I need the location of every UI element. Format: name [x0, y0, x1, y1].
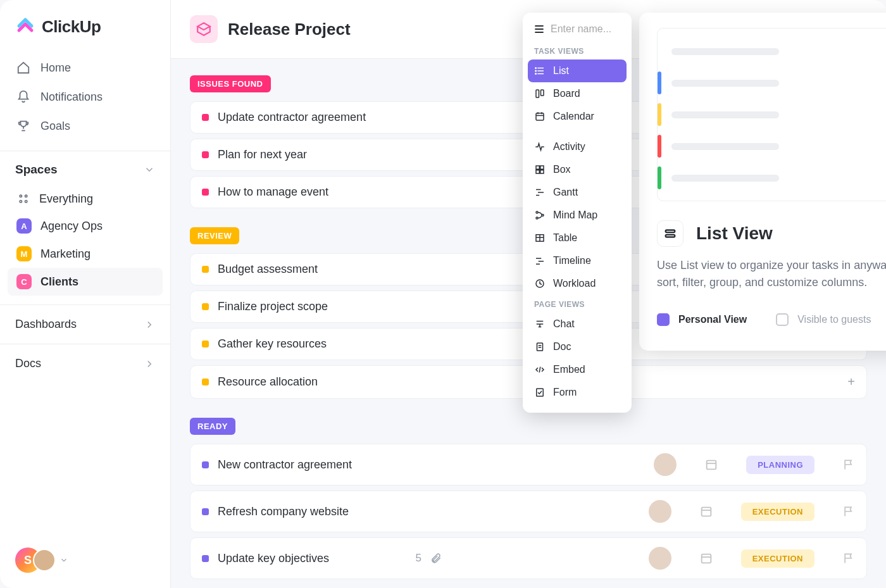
view-option-activity[interactable]: Activity [528, 135, 627, 158]
svg-rect-27 [536, 170, 539, 173]
spaces-header[interactable]: Spaces [0, 151, 170, 183]
view-name-input[interactable] [551, 23, 621, 35]
flag-icon[interactable] [842, 505, 855, 518]
view-option-doc[interactable]: Doc [528, 335, 627, 358]
visible-guests-checkbox[interactable] [776, 313, 789, 326]
view-option-board[interactable]: Board [528, 82, 627, 105]
status-tag[interactable]: PLANNING [746, 456, 814, 474]
nav-label: Home [41, 61, 71, 75]
view-preview-panel: List View Use List view to organize your… [639, 13, 886, 351]
task-row[interactable]: Update key objectives5 EXECUTION [190, 537, 867, 579]
task-title: Update key objectives [218, 552, 407, 565]
list-icon [534, 65, 546, 77]
space-clients[interactable]: C Clients [8, 268, 163, 296]
group-chip[interactable]: REVIEW [190, 227, 239, 244]
trophy-icon [16, 119, 30, 133]
page-title: Release Project [228, 20, 351, 39]
chevron-right-icon [144, 319, 155, 330]
task-row[interactable]: Refresh company website EXECUTION [190, 491, 867, 532]
view-option-label: Mind Map [553, 210, 597, 221]
sidebar: ClickUp Home Notifications Goals [0, 0, 171, 588]
svg-rect-8 [701, 554, 711, 563]
assignee-avatar[interactable] [654, 453, 677, 476]
docs-link[interactable]: Docs [0, 344, 170, 383]
link-label: Dashboards [15, 318, 77, 331]
nav-home[interactable]: Home [8, 53, 163, 82]
chevron-down-icon [144, 164, 155, 175]
svg-point-33 [536, 217, 538, 219]
space-everything[interactable]: Everything [8, 185, 163, 212]
form-icon [534, 387, 546, 398]
logo-icon [15, 16, 35, 37]
nav-notifications[interactable]: Notifications [8, 82, 163, 111]
board-icon [534, 88, 546, 99]
workspace-switcher[interactable]: S [0, 532, 170, 588]
list-icon [533, 23, 546, 35]
space-badge: C [16, 274, 32, 289]
user-avatar [33, 549, 56, 572]
assignee-avatar[interactable] [649, 547, 671, 570]
view-option-label: Activity [553, 141, 585, 153]
view-option-workload[interactable]: Workload [528, 272, 627, 295]
view-option-box[interactable]: Box [528, 158, 627, 181]
space-badge: A [16, 218, 32, 234]
calendar-icon[interactable] [704, 458, 718, 472]
personal-view-label: Personal View [678, 314, 747, 325]
status-square [202, 303, 209, 310]
task-title: Refresh company website [218, 505, 424, 518]
view-option-embed[interactable]: Embed [528, 358, 627, 381]
svg-rect-51 [666, 230, 675, 233]
view-name-input-row [528, 20, 627, 42]
status-square [202, 461, 209, 468]
svg-line-49 [539, 367, 540, 373]
view-option-chat[interactable]: Chat [528, 313, 627, 335]
svg-point-17 [535, 70, 537, 72]
view-option-label: Timeline [553, 255, 591, 266]
view-option-calendar[interactable]: Calendar [528, 105, 627, 128]
svg-point-18 [535, 73, 537, 75]
workload-icon [534, 278, 546, 289]
view-option-label: Table [553, 232, 577, 244]
svg-point-32 [536, 211, 538, 213]
personal-view-checkbox[interactable] [657, 313, 670, 326]
logo[interactable]: ClickUp [0, 0, 170, 49]
view-option-timeline[interactable]: Timeline [528, 249, 627, 272]
task-row[interactable]: New contractor agreement PLANNING [190, 444, 867, 485]
view-option-form[interactable]: Form [528, 381, 627, 404]
chevron-down-icon [59, 556, 68, 565]
dashboards-link[interactable]: Dashboards [0, 304, 170, 344]
flag-icon[interactable] [842, 458, 855, 471]
view-option-label: Box [553, 164, 571, 175]
gantt-icon [534, 187, 546, 198]
chevron-right-icon [144, 358, 155, 370]
status-square [202, 555, 209, 562]
nav-goals[interactable]: Goals [8, 111, 163, 141]
dropdown-section: TASK VIEWS [528, 42, 627, 59]
preview-mock [657, 28, 886, 201]
status-tag[interactable]: EXECUTION [741, 549, 814, 568]
svg-point-3 [25, 201, 27, 203]
view-option-gantt[interactable]: Gantt [528, 181, 627, 204]
spaces-title: Spaces [15, 163, 58, 177]
svg-point-0 [20, 195, 22, 197]
calendar-icon[interactable] [699, 551, 713, 565]
grid-icon [16, 192, 30, 206]
link-label: Docs [15, 357, 41, 370]
group-chip[interactable]: READY [190, 418, 235, 435]
space-agency-ops[interactable]: A Agency Ops [8, 212, 163, 240]
view-option-table[interactable]: Table [528, 227, 627, 249]
main: Release Project ISSUES FOUND Update cont… [171, 0, 886, 588]
space-badge: M [16, 246, 32, 261]
svg-rect-50 [537, 389, 544, 396]
assignee-avatar[interactable] [649, 500, 671, 523]
view-option-list[interactable]: List [528, 59, 627, 82]
status-tag[interactable]: EXECUTION [741, 503, 814, 521]
plus-icon[interactable]: + [847, 375, 855, 389]
space-marketing[interactable]: M Marketing [8, 240, 163, 268]
task-title: New contractor agreement [218, 458, 427, 472]
group-chip[interactable]: ISSUES FOUND [190, 75, 271, 92]
view-option-mind-map[interactable]: Mind Map [528, 204, 627, 227]
flag-icon[interactable] [842, 552, 855, 565]
nav-label: Goals [41, 120, 70, 133]
calendar-icon[interactable] [699, 504, 713, 518]
